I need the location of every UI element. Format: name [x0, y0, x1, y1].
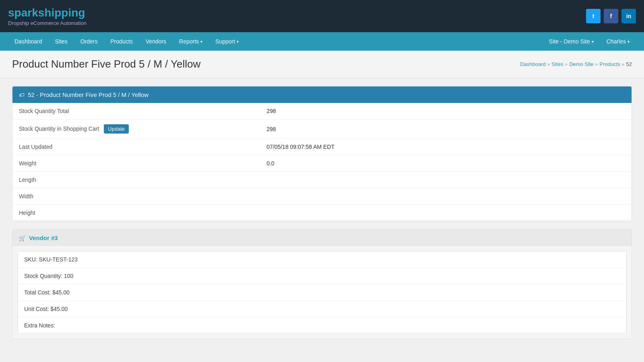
field-value-width — [260, 188, 632, 205]
nav-support[interactable]: Support ▾ — [209, 32, 245, 51]
top-header: sparkshipping Dropship eCommerce Automat… — [0, 0, 644, 32]
vendor-unit-cost: Unit Cost: $45.00 — [18, 301, 626, 317]
field-label-stock-total: Stock Quantity Total — [12, 103, 260, 119]
nav-products[interactable]: Products — [104, 32, 139, 51]
table-row: Stock Quantity Total 298 — [12, 103, 632, 119]
main-content: 52 - Product Number Five Prod 5 / M / Ye… — [0, 78, 644, 355]
breadcrumb-sep-3: » — [595, 62, 598, 67]
reports-caret: ▾ — [200, 39, 202, 44]
field-value-last-updated: 07/05/18 09:07:58 AM EDT — [260, 139, 632, 155]
linkedin-button[interactable]: in — [621, 9, 636, 23]
update-button[interactable]: Update — [104, 124, 129, 134]
nav-orders[interactable]: Orders — [74, 32, 104, 51]
logo-shipping: shipping — [38, 6, 85, 19]
field-label-last-updated: Last Updated — [12, 139, 260, 155]
nav-reports[interactable]: Reports ▾ — [173, 32, 209, 51]
field-label-height: Height — [12, 205, 260, 221]
nav-right: Site - Demo Site ▾ Charles ▾ — [543, 32, 636, 51]
site-caret: ▾ — [592, 39, 594, 44]
vendor-card: Vendor #3 SKU: SKU-TEST-123 Stock Quanti… — [12, 229, 632, 339]
cart-icon — [19, 234, 26, 241]
field-value-height — [260, 205, 632, 221]
breadcrumb-sep-4: » — [622, 62, 625, 67]
field-value-length — [260, 172, 632, 188]
page-header: Product Number Five Prod 5 / M / Yellow … — [0, 51, 644, 78]
nav-dashboard[interactable]: Dashboard — [8, 32, 49, 51]
nav-bar: Dashboard Sites Orders Products Vendors … — [0, 32, 644, 51]
table-row: Length — [12, 172, 632, 188]
logo-tagline: Dropship eCommerce Automation — [8, 20, 87, 26]
vendor-inner: SKU: SKU-TEST-123 Stock Quantity: 100 To… — [17, 251, 627, 334]
breadcrumb: Dashboard » Sites » Demo Site » Products… — [520, 61, 632, 67]
product-card: 52 - Product Number Five Prod 5 / M / Ye… — [12, 86, 632, 221]
vendor-card-header: Vendor #3 — [12, 230, 632, 246]
logo-area: sparkshipping Dropship eCommerce Automat… — [8, 6, 87, 26]
product-detail-table: Stock Quantity Total 298 Stock Quantity … — [12, 103, 632, 221]
field-value-stock-total: 298 — [260, 103, 632, 119]
facebook-button[interactable]: f — [604, 9, 618, 23]
table-row: Last Updated 07/05/18 09:07:58 AM EDT — [12, 139, 632, 155]
nav-left: Dashboard Sites Orders Products Vendors … — [8, 32, 245, 51]
twitter-button[interactable]: t — [586, 9, 601, 23]
page-title: Product Number Five Prod 5 / M / Yellow — [12, 58, 200, 70]
breadcrumb-sep-1: » — [547, 62, 550, 67]
table-row: Weight 0.0 — [12, 155, 632, 172]
breadcrumb-sites[interactable]: Sites — [552, 61, 564, 67]
field-label-width: Width — [12, 188, 260, 205]
product-card-title: 52 - Product Number Five Prod 5 / M / Ye… — [28, 91, 149, 98]
nav-sites[interactable]: Sites — [49, 32, 74, 51]
vendor-stock-qty: Stock Quantity: 100 — [18, 268, 626, 284]
nav-vendors[interactable]: Vendors — [139, 32, 173, 51]
breadcrumb-demo-site[interactable]: Demo Site — [569, 61, 594, 67]
breadcrumb-current: 52 — [626, 61, 632, 67]
breadcrumb-products[interactable]: Products — [600, 61, 620, 67]
field-label-length: Length — [12, 172, 260, 188]
nav-charles[interactable]: Charles ▾ — [600, 32, 636, 51]
field-label-weight: Weight — [12, 155, 260, 172]
vendor-extra-notes: Extra Notes: — [18, 317, 626, 333]
logo-spark: spark — [8, 6, 38, 19]
table-row: Height — [12, 205, 632, 221]
breadcrumb-sep-2: » — [565, 62, 568, 67]
vendor-total-cost: Total Cost: $45.00 — [18, 284, 626, 301]
support-caret: ▾ — [237, 39, 239, 44]
field-value-weight: 0.0 — [260, 155, 632, 172]
field-label-stock-cart: Stock Quantity in Shopping Cart Update — [12, 119, 260, 139]
nav-site-demo[interactable]: Site - Demo Site ▾ — [543, 32, 600, 51]
vendor-card-title: Vendor #3 — [29, 234, 58, 241]
charles-caret: ▾ — [627, 39, 630, 44]
breadcrumb-dashboard[interactable]: Dashboard — [520, 61, 546, 67]
field-value-stock-cart: 298 — [260, 119, 632, 139]
social-icons: t f in — [586, 9, 636, 23]
logo-text: sparkshipping — [8, 6, 87, 19]
table-row: Stock Quantity in Shopping Cart Update 2… — [12, 119, 632, 139]
table-row: Width — [12, 188, 632, 205]
vendor-sku: SKU: SKU-TEST-123 — [18, 251, 626, 268]
tag-icon — [19, 91, 25, 98]
product-card-header: 52 - Product Number Five Prod 5 / M / Ye… — [12, 86, 632, 103]
